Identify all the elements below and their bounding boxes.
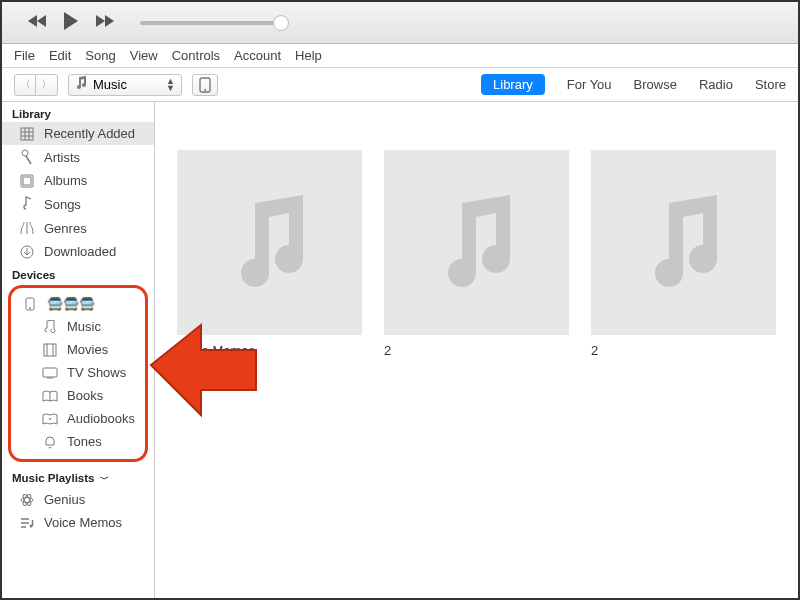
playlist-voice-memos[interactable]: Voice Memos — [2, 511, 154, 534]
phone-icon — [199, 77, 211, 93]
toolbar-tabs: Library For You Browse Radio Store — [481, 74, 786, 95]
svg-point-19 — [49, 418, 51, 420]
tab-browse[interactable]: Browse — [634, 77, 677, 92]
mic-icon — [18, 149, 36, 165]
device-highlight: 🚍🚍🚍 Music Movies TV Shows Books Audioboo… — [8, 285, 148, 462]
tab-library[interactable]: Library — [481, 74, 545, 95]
sidebar-item-label: Genres — [44, 221, 87, 236]
toolbar: 〈 〉 Music ▲▼ Library For You Browse Radi… — [2, 68, 798, 102]
playlist-genius[interactable]: Genius — [2, 488, 154, 511]
album-art-placeholder — [591, 150, 776, 335]
grid-icon — [18, 127, 36, 141]
album-card[interactable]: Voice Memos 🚍 — [177, 150, 362, 550]
svg-rect-10 — [23, 177, 31, 185]
tab-store[interactable]: Store — [755, 77, 786, 92]
menu-file[interactable]: File — [14, 48, 35, 63]
album-title: Voice Memos — [177, 343, 362, 358]
svg-point-7 — [22, 150, 28, 156]
chevron-down-icon: ﹀ — [100, 474, 109, 484]
volume-slider[interactable] — [140, 21, 281, 25]
sidebar-item-label: Downloaded — [44, 244, 116, 259]
menu-view[interactable]: View — [130, 48, 158, 63]
sidebar-item-label: TV Shows — [67, 365, 126, 380]
device-item-tvshows[interactable]: TV Shows — [11, 361, 145, 384]
sidebar-item-artists[interactable]: Artists — [2, 145, 154, 169]
device-name: 🚍🚍🚍 — [47, 296, 95, 311]
volume-knob[interactable] — [273, 15, 289, 31]
phone-icon — [21, 297, 39, 311]
content-area: Voice Memos 🚍 2 2 — [155, 102, 798, 598]
guitar-icon — [18, 220, 36, 236]
playlist-icon — [18, 517, 36, 529]
sidebar-item-label: Genius — [44, 492, 85, 507]
svg-point-13 — [29, 307, 31, 309]
sidebar-item-label: Albums — [44, 173, 87, 188]
previous-track-icon[interactable] — [28, 14, 48, 32]
sidebar-item-label: Voice Memos — [44, 515, 122, 530]
device-item-tones[interactable]: Tones — [11, 430, 145, 453]
album-card[interactable]: 2 — [591, 150, 776, 550]
album-art-placeholder — [177, 150, 362, 335]
album-title: 2 — [591, 343, 776, 358]
sidebar-section-playlists[interactable]: Music Playlists ﹀ — [2, 466, 154, 488]
play-icon[interactable] — [62, 11, 80, 35]
sidebar-item-downloaded[interactable]: Downloaded — [2, 240, 154, 263]
tab-for-you[interactable]: For You — [567, 77, 612, 92]
menu-song[interactable]: Song — [85, 48, 115, 63]
music-note-icon — [639, 193, 729, 293]
album-artist: 🚍 — [177, 358, 362, 372]
select-arrows-icon: ▲▼ — [166, 78, 175, 92]
tab-radio[interactable]: Radio — [699, 77, 733, 92]
music-note-icon — [75, 76, 87, 93]
menu-account[interactable]: Account — [234, 48, 281, 63]
menu-bar: File Edit Song View Controls Account Hel… — [2, 44, 798, 68]
svg-rect-17 — [43, 368, 57, 377]
download-icon — [18, 245, 36, 259]
tv-icon — [41, 367, 59, 379]
bell-icon — [41, 435, 59, 449]
menu-help[interactable]: Help — [295, 48, 322, 63]
sidebar-item-label: Audiobooks — [67, 411, 135, 426]
album-art-placeholder — [384, 150, 569, 335]
music-note-icon — [432, 193, 522, 293]
film-icon — [41, 343, 59, 357]
sidebar: Library Recently Added Artists Albums So… — [2, 102, 155, 598]
music-note-icon — [225, 193, 315, 293]
media-type-select[interactable]: Music ▲▼ — [68, 74, 182, 96]
sidebar-item-label: Artists — [44, 150, 80, 165]
device-item-movies[interactable]: Movies — [11, 338, 145, 361]
album-title: 2 — [384, 343, 569, 358]
nav-back-button[interactable]: 〈 — [14, 74, 36, 96]
sidebar-item-label: Tones — [67, 434, 102, 449]
sidebar-section-devices: Devices — [2, 263, 154, 283]
device-item-books[interactable]: Books — [11, 384, 145, 407]
note-icon — [18, 196, 36, 212]
sidebar-item-label: Movies — [67, 342, 108, 357]
playback-controls — [28, 11, 114, 35]
device-item-audiobooks[interactable]: Audiobooks — [11, 407, 145, 430]
atom-icon — [18, 493, 36, 507]
menu-edit[interactable]: Edit — [49, 48, 71, 63]
device-item-music[interactable]: Music — [11, 315, 145, 338]
book-icon — [41, 390, 59, 402]
album-card[interactable]: 2 — [384, 150, 569, 550]
sidebar-item-label: Books — [67, 388, 103, 403]
sidebar-item-recently-added[interactable]: Recently Added — [2, 122, 154, 145]
sidebar-item-label: Recently Added — [44, 126, 135, 141]
sidebar-item-genres[interactable]: Genres — [2, 216, 154, 240]
sidebar-device-row[interactable]: 🚍🚍🚍 — [11, 292, 145, 315]
menu-controls[interactable]: Controls — [172, 48, 220, 63]
svg-rect-14 — [44, 344, 56, 356]
playback-bar — [2, 2, 798, 44]
note-icon — [41, 320, 59, 334]
sidebar-section-library: Library — [2, 102, 154, 122]
sidebar-item-label: Music — [67, 319, 101, 334]
album-icon — [18, 174, 36, 188]
sidebar-item-songs[interactable]: Songs — [2, 192, 154, 216]
sidebar-item-albums[interactable]: Albums — [2, 169, 154, 192]
nav-forward-button[interactable]: 〉 — [36, 74, 58, 96]
next-track-icon[interactable] — [94, 14, 114, 32]
device-button[interactable] — [192, 74, 218, 96]
sidebar-item-label: Songs — [44, 197, 81, 212]
svg-line-8 — [26, 156, 31, 164]
